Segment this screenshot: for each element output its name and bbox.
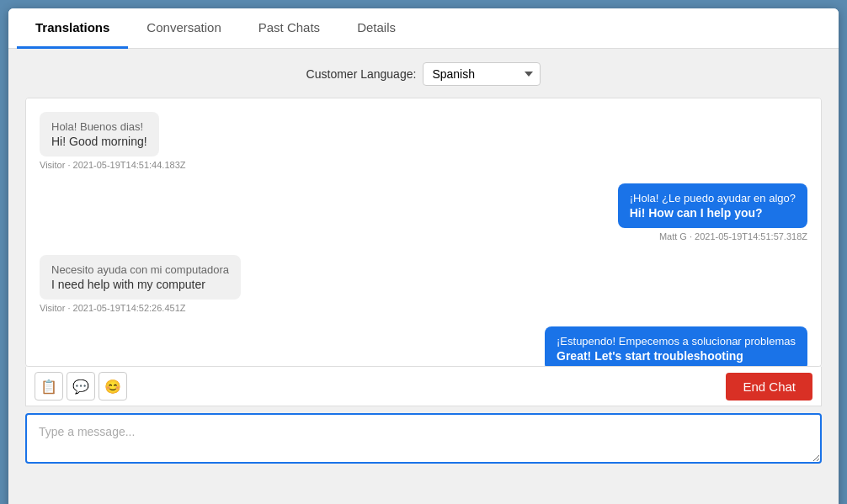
chat-icon-button[interactable]: 💬 [67, 372, 95, 401]
table-row: ¡Hola! ¿Le puedo ayudar en algo? Hi! How… [618, 183, 807, 241]
message-original: ¡Estupendo! Empecemos a solucionar probl… [557, 335, 796, 347]
message-original: Hola! Buenos dias! [51, 120, 147, 133]
message-original: Necesito ayuda con mi computadora [51, 263, 229, 276]
emoji-icon-button[interactable]: 😊 [99, 372, 127, 401]
message-input-area [25, 413, 822, 467]
message-original: ¡Hola! ¿Le puedo ayudar en algo? [630, 192, 796, 204]
chat-toolbar: 📋 💬 😊 End Chat [25, 367, 822, 406]
main-content: Customer Language: Spanish French German… [8, 49, 839, 504]
message-translated: Hi! Good morning! [51, 135, 147, 148]
table-row: ¡Estupendo! Empecemos a solucionar probl… [545, 326, 807, 367]
table-row: Necesito ayuda con mi computadora I need… [40, 255, 462, 313]
message-meta: Visitor · 2021-05-19T14:51:44.183Z [40, 160, 185, 170]
message-bubble: Necesito ayuda con mi computadora I need… [40, 255, 241, 300]
tab-past-chats[interactable]: Past Chats [240, 8, 338, 49]
language-row: Customer Language: Spanish French German… [25, 62, 822, 86]
chat-area: Hola! Buenos dias! Hi! Good morning! Vis… [25, 98, 822, 367]
message-bubble: ¡Hola! ¿Le puedo ayudar en algo? Hi! How… [618, 183, 807, 228]
app-container: Translations Conversation Past Chats Det… [8, 8, 839, 504]
message-input[interactable] [25, 413, 822, 464]
message-bubble: ¡Estupendo! Empecemos a solucionar probl… [545, 326, 807, 367]
message-bubble: Hola! Buenos dias! Hi! Good morning! [40, 112, 159, 157]
language-label: Customer Language: [306, 67, 417, 81]
message-translated: Great! Let's start troubleshooting [557, 349, 796, 363]
book-icon-button[interactable]: 📋 [35, 372, 63, 401]
message-meta: Matt G · 2021-05-19T14:51:57.318Z [659, 231, 807, 241]
message-meta: Visitor · 2021-05-19T14:52:26.451Z [40, 303, 185, 313]
tab-conversation[interactable]: Conversation [128, 8, 239, 49]
end-chat-button[interactable]: End Chat [726, 373, 812, 401]
tab-translations[interactable]: Translations [17, 8, 128, 49]
message-translated: Hi! How can I help you? [630, 206, 796, 220]
tab-details[interactable]: Details [338, 8, 414, 49]
tab-bar: Translations Conversation Past Chats Det… [8, 8, 839, 49]
table-row: Hola! Buenos dias! Hi! Good morning! Vis… [40, 112, 462, 170]
message-translated: I need help with my computer [51, 278, 229, 291]
language-select[interactable]: Spanish French German Portuguese Italian [423, 62, 541, 86]
